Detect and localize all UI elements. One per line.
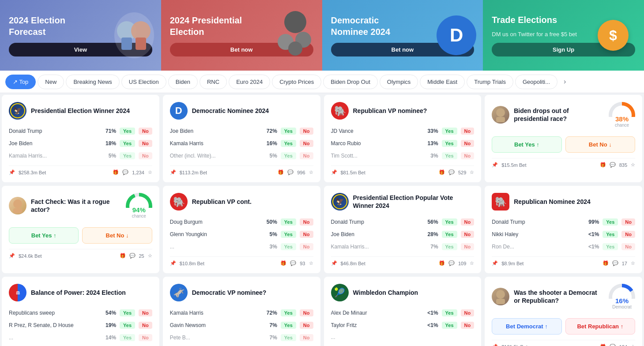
tab-biden[interactable]: Biden xyxy=(168,75,198,89)
option-pct: 54% xyxy=(102,310,116,316)
tab-breaking-news[interactable]: Breaking News xyxy=(66,75,119,89)
btn-no[interactable]: No xyxy=(300,218,313,226)
btn-no[interactable]: No xyxy=(461,309,475,316)
btn-yes[interactable]: Yes xyxy=(603,231,618,238)
btn-no[interactable]: No xyxy=(461,243,475,250)
option-pct: 7% xyxy=(424,244,438,250)
bet-yes-button[interactable]: Bet Yes ↑ xyxy=(492,136,561,153)
btn-yes[interactable]: Yes xyxy=(442,140,457,147)
option-name: Doug Burgum xyxy=(170,219,260,225)
star-icon: ☆ xyxy=(631,162,635,168)
option-pct: 7% xyxy=(263,335,277,341)
btn-no[interactable]: No xyxy=(139,140,152,147)
market-icon-dem: D xyxy=(170,102,188,120)
btn-yes[interactable]: Yes xyxy=(120,140,135,147)
btn-yes[interactable]: Yes xyxy=(281,243,296,250)
comment-icon: 💬 xyxy=(448,260,455,266)
option-pct: <1% xyxy=(424,322,438,328)
option-row: Joe Biden 28% Yes No xyxy=(331,230,475,239)
svg-point-12 xyxy=(496,108,505,117)
btn-yes[interactable]: Yes xyxy=(442,243,457,250)
btn-no[interactable]: No xyxy=(461,218,475,226)
tab-biden-drop-out[interactable]: Biden Drop Out xyxy=(323,75,378,89)
bet-yes-button[interactable]: Bet Yes ↑ xyxy=(9,227,79,244)
btn-yes[interactable]: Yes xyxy=(603,243,618,250)
btn-no[interactable]: No xyxy=(139,152,152,159)
btn-no[interactable]: No xyxy=(139,334,152,341)
tab-new[interactable]: New xyxy=(38,75,64,89)
btn-no[interactable]: No xyxy=(300,243,313,250)
pin-icon: 📌 xyxy=(492,344,498,346)
tab-olympics[interactable]: Olympics xyxy=(380,75,418,89)
btn-no[interactable]: No xyxy=(461,140,475,147)
btn-yes[interactable]: Yes xyxy=(281,218,296,226)
market-header: 🫏 Democratic VP nominee? xyxy=(170,284,313,301)
btn-yes[interactable]: Yes xyxy=(442,128,457,135)
tab-middle-east[interactable]: Middle East xyxy=(420,75,465,89)
btn-no[interactable]: No xyxy=(139,128,152,135)
btn-yes[interactable]: Yes xyxy=(442,218,457,226)
btn-yes[interactable]: Yes xyxy=(442,322,457,329)
comment-count: 124 xyxy=(619,344,627,346)
btn-yes[interactable]: Yes xyxy=(120,128,135,135)
btn-yes[interactable]: Yes xyxy=(281,152,296,159)
bet-amount: $46.8m Bet xyxy=(341,261,365,266)
bet-republican-button[interactable]: Bet Republican ↑ xyxy=(565,318,635,335)
btn-no[interactable]: No xyxy=(621,218,635,226)
option-pct: 13% xyxy=(424,140,438,147)
btn-yes[interactable]: Yes xyxy=(442,152,457,159)
btn-yes[interactable]: Yes xyxy=(442,231,457,238)
comment-count: 93 xyxy=(300,261,305,266)
btn-no[interactable]: No xyxy=(300,140,313,147)
hero-title-forecast: 2024 Election Forecast xyxy=(9,15,95,38)
btn-no[interactable]: No xyxy=(461,231,475,238)
tab-rnc[interactable]: RNC xyxy=(200,75,227,89)
btn-no[interactable]: No xyxy=(300,128,313,135)
btn-yes[interactable]: Yes xyxy=(281,334,296,341)
btn-no[interactable]: No xyxy=(139,309,152,316)
btn-no[interactable]: No xyxy=(139,322,152,329)
btn-yes[interactable]: Yes xyxy=(281,140,296,147)
semi-donut-wrap xyxy=(609,284,635,299)
btn-no[interactable]: No xyxy=(461,322,475,329)
btn-no[interactable]: No xyxy=(621,231,635,238)
tab-trump-trials[interactable]: Trump Trials xyxy=(467,75,513,89)
btn-no[interactable]: No xyxy=(300,334,313,341)
nav-more-button[interactable]: › xyxy=(559,74,570,89)
btn-no[interactable]: No xyxy=(621,243,635,250)
btn-yes[interactable]: Yes xyxy=(281,309,296,316)
btn-yes[interactable]: Yes xyxy=(120,334,135,341)
bet-no-button[interactable]: Bet No ↓ xyxy=(82,227,152,244)
bet-democrat-button[interactable]: Bet Democrat ↑ xyxy=(492,318,561,335)
bet-btn-row: Bet Yes ↑ Bet No ↓ xyxy=(9,227,152,244)
btn-yes[interactable]: Yes xyxy=(120,152,135,159)
option-pct: 28% xyxy=(424,231,438,237)
btn-yes[interactable]: Yes xyxy=(281,128,296,135)
btn-yes[interactable]: Yes xyxy=(281,231,296,238)
bet-no-button[interactable]: Bet No ↓ xyxy=(565,136,635,153)
btn-yes[interactable]: Yes xyxy=(120,322,135,329)
option-name: Gavin Newsom xyxy=(170,322,260,328)
bet-amount: $24.6k Bet xyxy=(19,253,42,259)
market-icon-balance: ⚖ xyxy=(9,284,26,301)
btn-no[interactable]: No xyxy=(461,128,475,135)
btn-no[interactable]: No xyxy=(461,152,475,159)
btn-no[interactable]: No xyxy=(300,322,313,329)
btn-yes[interactable]: Yes xyxy=(281,322,296,329)
tab-top[interactable]: ↗ Top xyxy=(5,75,36,89)
tab-crypto-prices[interactable]: Crypto Prices xyxy=(272,75,321,89)
option-name: Joe Biden xyxy=(170,128,260,134)
option-name: Other (incl. Write)... xyxy=(170,153,260,159)
comment-count: 1,234 xyxy=(132,170,144,175)
option-pct: 5% xyxy=(263,153,277,159)
btn-yes[interactable]: Yes xyxy=(442,309,457,316)
btn-yes[interactable]: Yes xyxy=(120,309,135,316)
btn-yes[interactable]: Yes xyxy=(603,218,618,226)
tab-euro-2024[interactable]: Euro 2024 xyxy=(229,75,270,89)
btn-no[interactable]: No xyxy=(300,309,313,316)
btn-no[interactable]: No xyxy=(300,231,313,238)
option-name: ... xyxy=(170,244,260,250)
btn-no[interactable]: No xyxy=(300,152,313,159)
tab-us-election[interactable]: US Election xyxy=(121,75,166,89)
tab-geopolitics[interactable]: Geopoliti... xyxy=(515,75,557,89)
